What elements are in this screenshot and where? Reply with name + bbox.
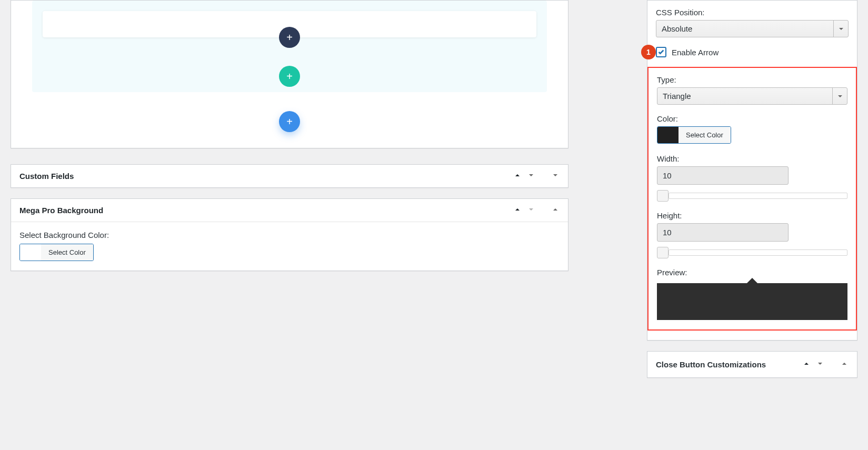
bg-color-label: Select Background Color: [19,231,560,239]
add-row-button[interactable]: + [279,66,300,87]
close-button-customizations-panel: Close Button Customizations [647,351,857,378]
type-label: Type: [657,75,847,84]
css-position-label: CSS Position: [656,8,849,17]
height-slider[interactable] [657,247,847,258]
toggle-panel-icon[interactable] [840,359,849,369]
move-up-icon[interactable] [513,171,522,181]
css-position-select[interactable]: Absolute [656,20,849,37]
panel-title: Custom Fields [19,172,74,181]
arrow-type-select[interactable]: Triangle [657,87,847,105]
arrow-options-highlight: Type: Triangle Color: Select Color Width… [647,67,857,331]
arrow-color-picker[interactable]: Select Color [657,126,731,144]
panel-title: Close Button Customizations [656,359,766,370]
width-label: Width: [657,154,847,163]
plus-icon: + [286,71,293,82]
color-swatch [20,244,41,261]
move-down-icon[interactable] [527,205,535,215]
color-label: Color: [657,114,847,123]
slider-track[interactable] [669,249,847,256]
page-builder-area: + + + [11,0,568,148]
height-input[interactable] [657,223,789,242]
width-slider[interactable] [657,190,847,202]
select-color-button[interactable]: Select Color [41,244,93,261]
builder-section: + + [32,1,547,92]
toggle-panel-icon[interactable] [551,171,560,181]
slider-track[interactable] [669,193,847,199]
add-section-button[interactable]: + [279,111,300,132]
mega-pro-background-panel: Mega Pro Background Select Background Co… [11,198,568,271]
plus-icon: + [286,116,293,127]
slider-handle[interactable] [657,190,669,202]
chevron-down-icon [833,21,848,37]
arrow-preview [657,283,847,320]
bg-color-picker[interactable]: Select Color [19,244,94,261]
chevron-down-icon [832,88,847,104]
move-up-icon[interactable] [802,359,811,369]
width-input[interactable] [657,166,789,185]
move-down-icon[interactable] [816,359,824,369]
slider-handle[interactable] [657,247,669,258]
custom-fields-panel: Custom Fields [11,164,568,188]
annotation-badge: 1 [641,45,656,59]
move-up-icon[interactable] [513,205,522,215]
height-label: Height: [657,211,847,220]
color-swatch [657,127,679,143]
panel-title: Mega Pro Background [19,206,103,215]
enable-arrow-label: Enable Arrow [672,48,719,57]
select-color-button[interactable]: Select Color [679,127,731,143]
toggle-panel-icon[interactable] [551,205,560,215]
enable-arrow-checkbox[interactable] [656,47,666,57]
add-element-button[interactable]: + [279,27,300,48]
plus-icon: + [286,32,293,43]
move-down-icon[interactable] [527,171,535,181]
preview-label: Preview: [657,268,847,277]
arrow-settings-panel: CSS Position: Absolute 1 Enable Arrow Ty… [647,0,857,341]
